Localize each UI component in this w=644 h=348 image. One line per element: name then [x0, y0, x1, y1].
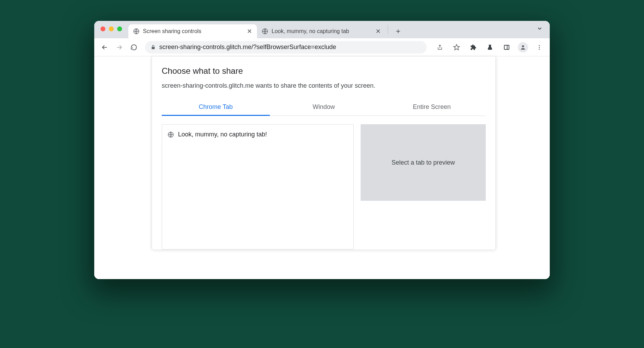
toolbar: screen-sharing-controls.glitch.me/?selfB… — [94, 38, 550, 56]
svg-rect-2 — [152, 47, 155, 49]
tab-overflow-button[interactable] — [537, 25, 543, 32]
tab-title: Look, mummy, no capturing tab — [272, 28, 372, 34]
share-list-item[interactable]: Look, mummy, no capturing tab! — [168, 129, 348, 140]
share-icon[interactable] — [434, 42, 445, 53]
lock-icon — [151, 45, 156, 50]
globe-icon — [168, 132, 174, 138]
tab-window[interactable]: Window — [270, 98, 378, 116]
tab-inactive[interactable]: Look, mummy, no capturing tab ✕ — [257, 24, 386, 38]
dialog-subtitle: screen-sharing-controls.glitch.me wants … — [162, 82, 486, 89]
window-close-button[interactable] — [100, 26, 105, 31]
titlebar: Screen sharing controls ✕ Look, mummy, n… — [94, 21, 550, 38]
tab-entire-screen[interactable]: Entire Screen — [378, 98, 486, 116]
new-tab-button[interactable] — [392, 25, 404, 37]
share-list-item-title: Look, mummy, no capturing tab! — [178, 131, 267, 138]
share-preview-placeholder: Select a tab to preview — [361, 124, 486, 201]
svg-point-9 — [539, 48, 540, 49]
menu-icon[interactable] — [534, 42, 545, 53]
window-maximize-button[interactable] — [117, 26, 122, 31]
tab-separator — [388, 25, 388, 34]
svg-point-6 — [522, 45, 524, 47]
toolbar-actions — [434, 42, 545, 53]
globe-icon — [262, 28, 268, 34]
tab-title: Screen sharing controls — [143, 28, 243, 34]
forward-button[interactable] — [114, 42, 125, 53]
sidepanel-icon[interactable] — [501, 42, 512, 53]
svg-rect-4 — [504, 45, 509, 49]
share-source-tabs: Chrome Tab Window Entire Screen — [162, 98, 486, 116]
tab-chrome-tab[interactable]: Chrome Tab — [162, 98, 270, 116]
back-button[interactable] — [99, 42, 110, 53]
browser-window: Screen sharing controls ✕ Look, mummy, n… — [94, 21, 550, 279]
tab-close-icon[interactable]: ✕ — [247, 28, 252, 34]
address-bar[interactable]: screen-sharing-controls.glitch.me/?selfB… — [145, 41, 427, 54]
url-text: screen-sharing-controls.glitch.me/?selfB… — [159, 44, 336, 51]
dialog-title: Choose what to share — [162, 66, 486, 76]
svg-marker-3 — [454, 44, 460, 50]
window-minimize-button[interactable] — [109, 26, 114, 31]
page-content: Choose what to share screen-sharing-cont… — [94, 56, 550, 279]
preview-text: Select a tab to preview — [392, 159, 455, 166]
tab-active[interactable]: Screen sharing controls ✕ — [128, 24, 257, 38]
svg-point-7 — [539, 45, 540, 46]
star-icon[interactable] — [451, 42, 462, 53]
share-body: Look, mummy, no capturing tab! Select a … — [162, 124, 486, 250]
extensions-icon[interactable] — [468, 42, 479, 53]
tab-strip: Screen sharing controls ✕ Look, mummy, n… — [128, 21, 550, 38]
reload-button[interactable] — [128, 42, 139, 53]
screen-share-dialog: Choose what to share screen-sharing-cont… — [152, 56, 496, 250]
globe-icon — [133, 28, 139, 34]
profile-button[interactable] — [518, 42, 528, 53]
svg-point-8 — [539, 47, 540, 48]
window-controls — [100, 26, 122, 31]
tab-close-icon[interactable]: ✕ — [376, 28, 381, 34]
share-tab-list: Look, mummy, no capturing tab! — [162, 124, 354, 250]
labs-icon[interactable] — [484, 42, 496, 53]
